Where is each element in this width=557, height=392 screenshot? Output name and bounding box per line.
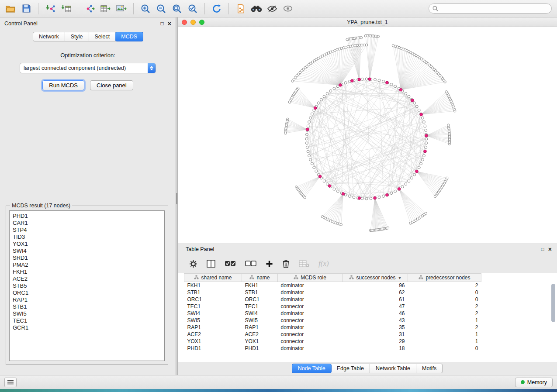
float-panel-icon[interactable]: □: [161, 21, 164, 26]
search-input[interactable]: [440, 6, 548, 12]
mcds-result-item[interactable]: FKH1: [13, 268, 161, 275]
run-mcds-button[interactable]: Run MCDS: [42, 80, 84, 90]
tab-edge-table[interactable]: Edge Table: [331, 364, 370, 373]
table-options-icon[interactable]: [189, 260, 197, 268]
table-row[interactable]: FKH1FKH1dominator962: [184, 282, 481, 289]
mcds-result-item[interactable]: YOX1: [13, 241, 161, 248]
table-cell: dominator: [278, 296, 343, 303]
mcds-result-list[interactable]: PHD1CAR1STP4TID3YOX1SWI4SRD1PMA2FKH1ACE2…: [9, 210, 165, 361]
toolbar-separator: [204, 3, 205, 14]
import-table-from-file-icon[interactable]: [58, 2, 74, 16]
table-cell: ACE2: [184, 331, 242, 338]
network-graph[interactable]: [178, 27, 557, 244]
search-box[interactable]: [429, 3, 552, 14]
show-style-icon[interactable]: [264, 2, 280, 16]
close-panel-button[interactable]: Close panel: [90, 80, 133, 90]
column-header-shared-name[interactable]: shared name: [184, 274, 242, 282]
close-panel-icon[interactable]: ×: [168, 21, 171, 26]
desktop-wallpaper-strip: [0, 389, 557, 392]
mcds-result-item[interactable]: TEC1: [13, 317, 161, 324]
show-columns-icon[interactable]: [207, 260, 215, 268]
table-cell: ORC1: [184, 296, 242, 303]
export-image-icon[interactable]: [114, 2, 129, 16]
save-session-icon[interactable]: [18, 2, 34, 16]
column-header-successor-nodes[interactable]: successor nodes▾: [343, 274, 408, 282]
select-all-icon[interactable]: [225, 261, 236, 267]
splitter-grip-icon[interactable]: [176, 193, 177, 204]
mcds-result-item[interactable]: ACE2: [13, 275, 161, 282]
mcds-result-item[interactable]: PMA2: [13, 261, 161, 268]
table-row[interactable]: ORC1ORC1dominator610: [184, 296, 481, 303]
mcds-result-item[interactable]: RAP1: [13, 296, 161, 303]
table-row[interactable]: SWI4SWI4dominator462: [184, 310, 481, 317]
export-network-icon[interactable]: [82, 2, 98, 16]
close-table-panel-icon[interactable]: ×: [548, 247, 552, 252]
table-panel: Table Panel □ × f(x) shared namenameMCDS…: [178, 244, 557, 375]
zoom-in-icon[interactable]: [138, 2, 153, 16]
network-canvas[interactable]: [178, 27, 557, 244]
table-row[interactable]: TEC1TEC1connector472: [184, 303, 481, 310]
float-table-panel-icon[interactable]: □: [541, 247, 544, 252]
export-table-icon[interactable]: [98, 2, 114, 16]
table-row[interactable]: STB1STB1dominator620: [184, 289, 481, 296]
tab-motifs[interactable]: Motifs: [416, 364, 443, 373]
mcds-result-item[interactable]: GCR1: [13, 324, 161, 331]
mcds-result-item[interactable]: STB5: [13, 282, 161, 289]
table-row[interactable]: RAP1RAP1dominator352: [184, 324, 481, 331]
table-cell: dominator: [278, 324, 343, 331]
mcds-result-item[interactable]: SWI4: [13, 248, 161, 254]
toolbar-separator: [133, 3, 134, 14]
show-hide-graphics-details-icon[interactable]: [280, 2, 296, 16]
column-grip-icon: [349, 275, 354, 281]
tab-network[interactable]: Network: [33, 32, 65, 41]
zoom-fit-content-icon[interactable]: [169, 2, 185, 16]
zoom-selected-region-icon[interactable]: [185, 2, 201, 16]
table-scrollbar[interactable]: [551, 274, 556, 361]
control-panel-tabs: NetworkStyleSelectMCDS: [33, 32, 143, 41]
table-row[interactable]: YOX1YOX1connector291: [184, 338, 481, 345]
column-header-name[interactable]: name: [242, 274, 278, 282]
optimization-criterion-label: Optimization criterion:: [0, 52, 176, 58]
create-column-icon[interactable]: [266, 260, 273, 268]
unselect-all-icon[interactable]: [245, 261, 256, 267]
table-row[interactable]: ACE2ACE2connector311: [184, 331, 481, 338]
delete-columns-icon[interactable]: [282, 260, 290, 268]
memory-button[interactable]: Memory: [515, 378, 553, 387]
mcds-result-item[interactable]: PHD1: [13, 213, 161, 220]
table-cell: 18: [343, 345, 408, 352]
mcds-result-item[interactable]: SRD1: [13, 254, 161, 261]
open-session-icon[interactable]: [3, 2, 18, 16]
open-in-cytoscape-web-icon[interactable]: [233, 2, 249, 16]
sort-caret-icon: ▾: [399, 275, 401, 280]
mcds-result-item[interactable]: SWI5: [13, 310, 161, 317]
criterion-dropdown[interactable]: largest connected component (undirected): [20, 63, 156, 73]
tab-select[interactable]: Select: [89, 32, 116, 41]
table-cell: RAP1: [242, 324, 278, 331]
tab-mcds[interactable]: MCDS: [115, 32, 143, 41]
tab-node-table[interactable]: Node Table: [292, 364, 332, 373]
table-cell: ORC1: [242, 296, 278, 303]
zoom-out-icon[interactable]: [153, 2, 169, 16]
mcds-result-item[interactable]: CAR1: [13, 220, 161, 227]
apply-preferred-layout-icon[interactable]: [209, 2, 225, 16]
column-header-predecessor-nodes[interactable]: predecessor nodes: [408, 274, 481, 282]
scrollbar-thumb[interactable]: [551, 284, 555, 322]
column-header-MCDS-role[interactable]: MCDS role: [278, 274, 343, 282]
tab-style[interactable]: Style: [65, 32, 89, 41]
table-cell: connector: [278, 331, 343, 338]
table-cell: SWI5: [242, 317, 278, 324]
mcds-result-item[interactable]: STB1: [13, 303, 161, 310]
status-bar: Memory: [0, 375, 557, 389]
table-row[interactable]: PHD1PHD1dominator180: [184, 345, 481, 352]
mcds-result-item[interactable]: ORC1: [13, 289, 161, 296]
column-grip-icon: [194, 275, 199, 281]
table-cell: RAP1: [184, 324, 242, 331]
find-nodes-icon[interactable]: [249, 2, 264, 16]
column-grip-icon: [294, 275, 298, 281]
task-history-button[interactable]: [4, 378, 17, 387]
tab-network-table[interactable]: Network Table: [370, 364, 416, 373]
mcds-result-item[interactable]: TID3: [13, 234, 161, 241]
import-network-from-file-icon[interactable]: [42, 2, 58, 16]
table-row[interactable]: SWI5SWI5connector431: [184, 317, 481, 324]
mcds-result-item[interactable]: STP4: [13, 227, 161, 234]
